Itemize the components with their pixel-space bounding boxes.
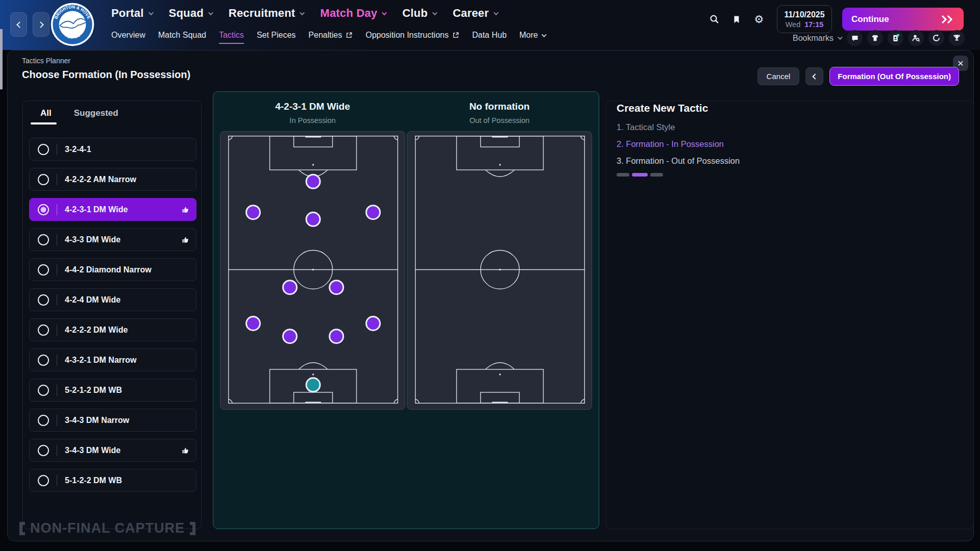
- subnav-item[interactable]: Data Hub: [472, 31, 507, 42]
- continue-button[interactable]: Continue: [842, 8, 964, 31]
- bookmarks-dropdown[interactable]: Bookmarks: [793, 34, 841, 43]
- shirt-icon: [871, 34, 879, 42]
- radio-icon[interactable]: [38, 294, 49, 306]
- formation-out-of-possession-button[interactable]: Formation (Out Of Possession): [829, 67, 959, 86]
- subnav-item-label: Overview: [111, 31, 145, 40]
- player-dot[interactable]: [306, 212, 320, 226]
- wizard-steps: 1. Tactical Style 2. Formation - In Poss…: [617, 122, 973, 166]
- main-nav-item-label: Club: [402, 7, 428, 20]
- pitch[interactable]: [407, 131, 592, 410]
- subnav-item-label: More: [520, 31, 538, 40]
- main-nav-item[interactable]: Career: [453, 7, 497, 20]
- cancel-button[interactable]: Cancel: [757, 67, 800, 85]
- wizard-panel: Create New Tactic 1. Tactical Style 2. F…: [606, 101, 974, 529]
- game-date-widget[interactable]: 11/10/2025 Wed 17:15: [777, 5, 832, 33]
- subnav-item-label: Match Squad: [158, 31, 206, 40]
- formation-list-item[interactable]: 3-4-3 DM Wide: [29, 439, 197, 462]
- bookmarks-bar: Bookmarks: [793, 30, 965, 46]
- formation-label: 4-2-3-1 DM Wide: [65, 205, 128, 214]
- subnav-item[interactable]: More: [520, 31, 545, 42]
- bookmark-icon[interactable]: [731, 14, 742, 25]
- divider: [57, 174, 57, 185]
- radio-icon[interactable]: [38, 204, 49, 215]
- divider: [57, 385, 57, 396]
- player-dot[interactable]: [366, 317, 380, 331]
- page-title: Choose Formation (In Possession): [22, 69, 190, 81]
- wizard-step-label: Tactical Style: [626, 122, 675, 132]
- sync-icon: [932, 34, 941, 42]
- chevron-down-icon: [149, 10, 154, 15]
- player-dot[interactable]: [283, 281, 297, 294]
- formation-list-item[interactable]: 4-3-2-1 DM Narrow: [29, 348, 197, 371]
- sync-icon-button[interactable]: [928, 30, 944, 46]
- radio-icon[interactable]: [38, 144, 49, 155]
- wizard-step-label: Formation - Out of Possession: [626, 156, 740, 165]
- radio-icon[interactable]: [38, 355, 49, 366]
- formation-list-item[interactable]: 4-4-2 Diamond Narrow: [29, 258, 197, 281]
- player-dot[interactable]: [247, 317, 260, 331]
- main-nav-item[interactable]: Portal: [111, 7, 152, 20]
- settings-gear-icon[interactable]: ⚙: [753, 14, 765, 25]
- chevron-down-icon: [300, 10, 305, 15]
- chat-icon-button[interactable]: [847, 30, 863, 46]
- player-dot[interactable]: [247, 206, 260, 219]
- step-back-button[interactable]: [805, 67, 823, 85]
- subnav-item[interactable]: Overview: [111, 31, 145, 42]
- subnav-item[interactable]: Opposition Instructions: [365, 31, 459, 42]
- goalkeeper-dot[interactable]: [306, 378, 320, 392]
- formation-list-item[interactable]: 5-2-1-2 DM WB: [29, 379, 197, 402]
- player-dot[interactable]: [330, 330, 344, 343]
- radio-icon[interactable]: [38, 234, 49, 245]
- scout-search-icon-button[interactable]: [908, 30, 924, 46]
- player-dot[interactable]: [283, 330, 297, 343]
- formation-list-item[interactable]: 4-2-2-2 DM Wide: [29, 318, 197, 341]
- main-nav-item[interactable]: Match Day: [320, 7, 385, 20]
- subnav-item[interactable]: Penalties: [308, 31, 353, 42]
- formation-list-item[interactable]: 4-2-4 DM Wide: [29, 288, 197, 311]
- forward-button[interactable]: [33, 12, 50, 37]
- formation-list-item[interactable]: 4-2-3-1 DM Wide: [29, 198, 197, 221]
- formation-label: 4-2-2-2 AM Narrow: [65, 175, 136, 184]
- radio-icon[interactable]: [38, 174, 49, 185]
- radio-icon[interactable]: [38, 385, 49, 396]
- id-card-icon: [891, 34, 900, 42]
- player-dot[interactable]: [306, 174, 320, 188]
- formation-label: 3-2-4-1: [65, 145, 91, 154]
- pitch[interactable]: [220, 131, 405, 410]
- main-nav-item[interactable]: Squad: [169, 7, 212, 20]
- formation-list-item[interactable]: 3-4-3 DM Narrow: [29, 409, 197, 432]
- id-card-icon-button[interactable]: [888, 30, 903, 46]
- pitch-panel: No formation Out of Possession: [407, 98, 592, 529]
- radio-icon[interactable]: [38, 445, 49, 456]
- subnav-item[interactable]: Match Squad: [158, 31, 206, 42]
- formation-label: 4-4-2 Diamond Narrow: [65, 265, 152, 274]
- formation-list-item[interactable]: 4-2-2-2 AM Narrow: [29, 168, 197, 191]
- tab-all[interactable]: All: [40, 108, 52, 124]
- main-nav-item[interactable]: Recruitment: [229, 7, 304, 20]
- main-nav-item[interactable]: Club: [402, 7, 436, 20]
- formation-list-item[interactable]: 4-3-3 DM Wide: [29, 228, 197, 251]
- formation-label: 5-1-2-2 DM WB: [65, 476, 122, 485]
- modal-window-title: Tactics Planner: [22, 57, 70, 65]
- player-dot[interactable]: [330, 281, 344, 294]
- subnav-item[interactable]: Set Pieces: [257, 31, 296, 42]
- trophy-icon-button[interactable]: [949, 30, 965, 46]
- formation-list-item[interactable]: 3-2-4-1: [29, 138, 197, 161]
- bracket-right: [190, 522, 195, 535]
- subnav-item[interactable]: Tactics: [219, 31, 244, 42]
- radio-icon[interactable]: [38, 324, 49, 336]
- search-icon[interactable]: [708, 14, 720, 25]
- shirt-icon-button[interactable]: [867, 30, 883, 46]
- thumbs-up-icon: [181, 206, 189, 214]
- formation-list-item[interactable]: 5-1-2-2 DM WB: [29, 469, 197, 492]
- tab-suggested[interactable]: Suggested: [74, 108, 118, 124]
- main-nav-item-label: Career: [453, 7, 489, 20]
- radio-icon[interactable]: [38, 415, 49, 426]
- radio-icon[interactable]: [38, 264, 49, 276]
- chevron-right-icon: [37, 21, 44, 28]
- back-button[interactable]: [10, 12, 27, 37]
- club-badge[interactable]: BRIGHTON & HOVE ALBION: [50, 2, 95, 47]
- continue-label: Continue: [851, 14, 889, 24]
- player-dot[interactable]: [366, 206, 380, 219]
- radio-icon[interactable]: [38, 475, 49, 486]
